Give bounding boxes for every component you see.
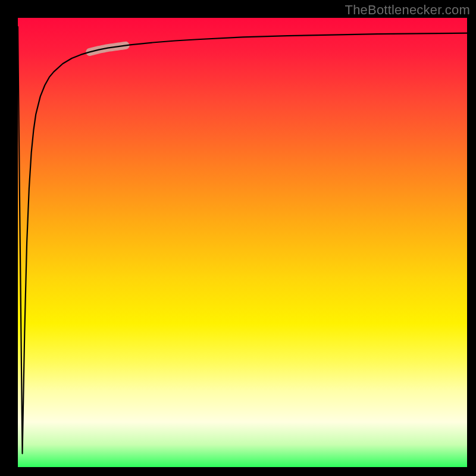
chart-svg bbox=[18, 18, 467, 467]
chart-frame: TheBottlenecker.com bbox=[0, 0, 476, 476]
watermark-text: TheBottlenecker.com bbox=[345, 2, 470, 18]
curve-group bbox=[18, 27, 467, 453]
bottleneck-curve bbox=[18, 27, 467, 453]
plot-background bbox=[18, 18, 467, 467]
